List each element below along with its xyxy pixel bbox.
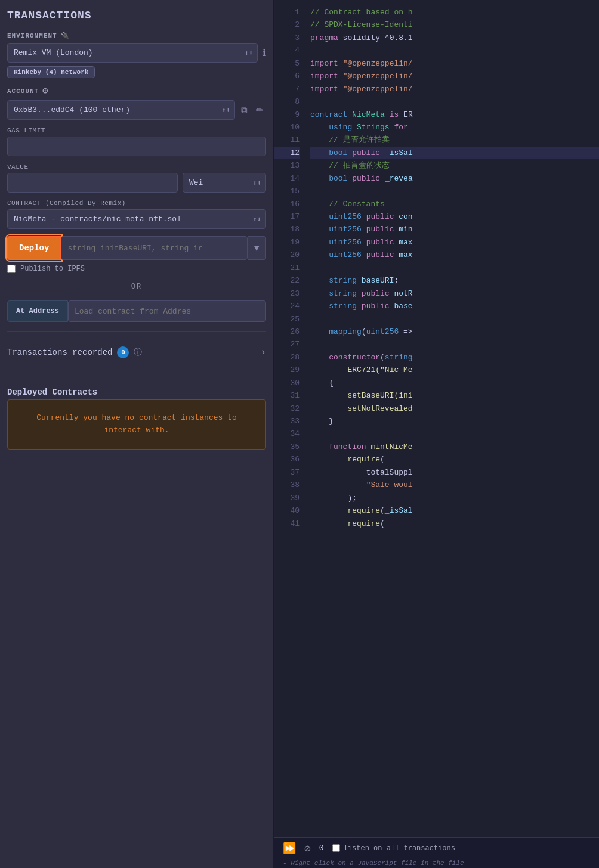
code-area: 1234567891011121314151617181920212223242… xyxy=(274,0,599,837)
environment-select-wrapper: Remix VM (London) ⬆⬇ xyxy=(7,43,258,63)
code-line-1: // Contract based on h xyxy=(310,6,599,18)
line-number-20: 20 xyxy=(274,249,300,261)
deploy-params-input[interactable] xyxy=(61,236,248,260)
code-line-8 xyxy=(310,95,599,108)
line-number-39: 39 xyxy=(274,492,300,504)
edit-account-button[interactable]: ✏ xyxy=(254,104,266,117)
code-line-17: uint256 public con xyxy=(310,210,599,223)
value-unit-select[interactable]: Wei Gwei Finney Ether xyxy=(183,173,266,193)
bottom-tx-count: 0 xyxy=(319,844,324,852)
transactions-arrow-icon[interactable]: › xyxy=(260,347,266,358)
code-line-40: require(_isSal xyxy=(310,504,599,517)
gas-limit-section: GAS LIMIT 3000000 xyxy=(7,127,266,156)
code-line-30: { xyxy=(310,377,599,389)
line-number-5: 5 xyxy=(274,57,300,70)
copy-account-button[interactable]: ⧉ xyxy=(239,104,250,117)
deploy-expand-button[interactable]: ▼ xyxy=(248,236,266,260)
bottom-tip: - Right click on a JavaScript file in th… xyxy=(274,858,599,868)
deployed-contracts-title: Deployed Contracts xyxy=(7,383,266,399)
code-line-27 xyxy=(310,338,599,351)
value-amount-input[interactable]: 0 xyxy=(7,173,178,193)
environment-select[interactable]: Remix VM (London) xyxy=(7,43,258,63)
line-number-21: 21 xyxy=(274,262,300,274)
code-line-16: // Constants xyxy=(310,198,599,210)
line-number-26: 26 xyxy=(274,326,300,338)
code-line-3: pragma solidity ^0.8.1 xyxy=(310,32,599,44)
line-number-9: 9 xyxy=(274,108,300,121)
line-number-15: 15 xyxy=(274,185,300,197)
line-number-10: 10 xyxy=(274,121,300,134)
listen-transactions-checkbox[interactable] xyxy=(332,844,340,852)
code-line-26: mapping(uint256 => xyxy=(310,326,599,338)
line-number-7: 7 xyxy=(274,83,300,95)
code-content[interactable]: // Contract based on h// SPDX-License-Id… xyxy=(304,0,599,837)
line-number-32: 32 xyxy=(274,402,300,415)
deploy-section: Deploy ▼ Publish to IPFS xyxy=(7,236,266,273)
gas-limit-input[interactable]: 3000000 xyxy=(7,137,266,156)
bottom-bar: ⏩ ⊘ 0 listen on all transactions xyxy=(274,837,599,858)
code-line-21 xyxy=(310,262,599,274)
or-divider: OR xyxy=(7,283,266,291)
line-number-30: 30 xyxy=(274,377,300,389)
gas-limit-label: GAS LIMIT xyxy=(7,127,266,134)
code-line-34 xyxy=(310,427,599,440)
no-contract-box: Currently you have no contract instances… xyxy=(7,399,266,450)
line-number-12: 12 xyxy=(274,147,300,159)
account-select[interactable]: 0x5B3...eddC4 (100 ether) xyxy=(7,100,235,120)
line-number-3: 3 xyxy=(274,32,300,44)
transactions-label: Transactions recorded xyxy=(7,348,112,357)
code-line-41: require( xyxy=(310,517,599,530)
code-line-33: } xyxy=(310,415,599,427)
network-badge: Rinkeby (4) network xyxy=(7,66,95,78)
code-line-35: function mintNicMe xyxy=(310,441,599,453)
code-line-36: require( xyxy=(310,453,599,466)
line-number-27: 27 xyxy=(274,338,300,351)
line-number-18: 18 xyxy=(274,223,300,235)
left-panel: TRANSACTIONS ENVIRONMENT 🔌 Remix VM (Lon… xyxy=(0,0,274,868)
no-entry-icon[interactable]: ⊘ xyxy=(304,842,311,855)
at-address-button[interactable]: At Address xyxy=(7,300,68,322)
line-number-41: 41 xyxy=(274,517,300,530)
environment-section: ENVIRONMENT 🔌 Remix VM (London) ⬆⬇ ℹ Rin… xyxy=(7,32,266,78)
code-line-39: ); xyxy=(310,492,599,504)
environment-info-icon[interactable]: ℹ xyxy=(263,47,266,59)
line-number-13: 13 xyxy=(274,159,300,172)
value-label: VALUE xyxy=(7,163,266,170)
deploy-button[interactable]: Deploy xyxy=(7,236,61,260)
line-number-22: 22 xyxy=(274,274,300,287)
line-number-35: 35 xyxy=(274,441,300,453)
code-line-19: uint256 public max xyxy=(310,236,599,249)
transactions-count-badge: 0 xyxy=(117,346,129,358)
account-section: ACCOUNT ⊕ 0x5B3...eddC4 (100 ether) ⬆⬇ ⧉… xyxy=(7,85,266,120)
at-address-input[interactable] xyxy=(68,300,266,322)
code-line-18: uint256 public min xyxy=(310,223,599,235)
code-line-13: // 抽盲盒的状态 xyxy=(310,159,599,172)
right-panel: 1234567891011121314151617181920212223242… xyxy=(274,0,599,868)
deployed-contracts-section: Deployed Contracts Currently you have no… xyxy=(7,383,266,450)
code-line-9: contract NicMeta is ER xyxy=(310,108,599,121)
line-number-36: 36 xyxy=(274,453,300,466)
line-number-37: 37 xyxy=(274,466,300,479)
line-number-33: 33 xyxy=(274,415,300,427)
publish-ipfs-checkbox[interactable] xyxy=(7,265,16,273)
transactions-info-icon[interactable]: ⓘ xyxy=(134,347,142,358)
fast-forward-icon[interactable]: ⏩ xyxy=(283,842,296,855)
line-number-31: 31 xyxy=(274,389,300,402)
contract-section: CONTRACT (Compiled By Remix) NicMeta - c… xyxy=(7,200,266,229)
code-line-5: import "@openzeppelin/ xyxy=(310,57,599,70)
code-line-23: string public notR xyxy=(310,287,599,300)
account-select-wrapper: 0x5B3...eddC4 (100 ether) ⬆⬇ xyxy=(7,100,235,120)
line-number-8: 8 xyxy=(274,95,300,108)
line-number-28: 28 xyxy=(274,351,300,364)
line-number-17: 17 xyxy=(274,210,300,223)
code-line-14: bool public _revea xyxy=(310,172,599,185)
line-number-14: 14 xyxy=(274,172,300,185)
contract-select[interactable]: NicMeta - contracts/nic_meta_nft.sol xyxy=(7,209,266,229)
code-line-38: "Sale woul xyxy=(310,479,599,491)
add-account-icon[interactable]: ⊕ xyxy=(42,85,48,97)
code-line-4 xyxy=(310,44,599,57)
no-contract-text: Currently you have no contract instances… xyxy=(17,412,256,437)
code-line-24: string public base xyxy=(310,300,599,312)
code-line-2: // SPDX-License-Identi xyxy=(310,18,599,31)
line-number-25: 25 xyxy=(274,313,300,326)
